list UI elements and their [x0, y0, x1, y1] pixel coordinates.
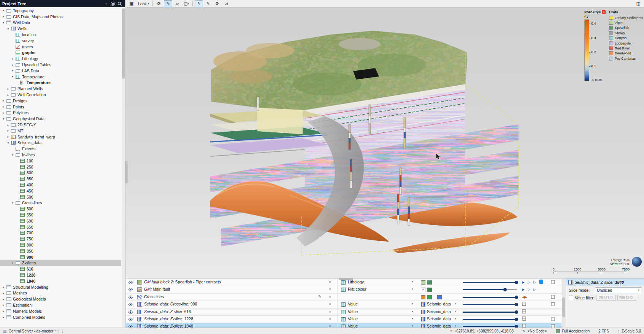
scene-view-icon[interactable]: ▣ — [127, 0, 136, 7]
tree-item-cross-lines[interactable]: ▾Cross-lines — [0, 200, 121, 206]
remove-from-scene-icon[interactable]: × — [329, 279, 331, 285]
tree-item-lithology[interactable]: ▸Lithology — [0, 56, 121, 62]
value-filter-min-input[interactable] — [596, 295, 616, 301]
collapse-icon[interactable]: ▾ — [11, 201, 15, 205]
expand-icon[interactable]: ▸ — [11, 63, 15, 67]
shape-row-cross-lines[interactable]: Cross lines✎×◀▶ — [126, 294, 562, 301]
tree-item-650[interactable]: 650 — [0, 224, 121, 230]
select-tool-icon[interactable]: ↖ — [195, 0, 203, 7]
tree-item-temperature[interactable]: Temperature — [0, 80, 121, 86]
visibility-eye-icon[interactable] — [128, 310, 133, 315]
edit-pencil-icon[interactable]: ✎ — [318, 294, 321, 299]
tree-item-gis-data-maps-and-photos[interactable]: ▸GIS Data, Maps and Photos — [0, 14, 121, 20]
tool-options-icon[interactable]: ⚙ — [213, 0, 221, 7]
z-scale-value[interactable]: Z-Scale 5.0 — [622, 329, 641, 333]
value-filter-checkbox[interactable] — [569, 296, 573, 300]
grid-table-icon[interactable] — [551, 317, 555, 321]
tree-item-sandwin-trend-warp[interactable]: ▸Sandwin_trend_warp — [0, 134, 121, 140]
draw-plane-tool-icon[interactable]: ✎ — [204, 0, 212, 7]
tree-item-well-data[interactable]: ▾Well Data — [0, 20, 121, 26]
legend-checkbox[interactable]: ✔ — [421, 288, 425, 292]
tree-item-616[interactable]: 616 — [0, 266, 121, 272]
tree-item-850[interactable]: 850 — [0, 248, 121, 254]
tree-item-z-slices[interactable]: ▾Z-slices — [0, 260, 121, 266]
slicer-tool-icon[interactable]: ✎ — [164, 0, 172, 7]
value-filter-max-input[interactable] — [617, 295, 637, 301]
tree-item-600[interactable]: 600 — [0, 218, 121, 224]
tree-item-location[interactable]: location — [0, 32, 121, 38]
tree-item-geophysical-data[interactable]: ▾Geophysical Data — [0, 116, 121, 122]
step-animation-icon[interactable]: ▷ — [533, 287, 536, 292]
tree-item-2d-seg-y[interactable]: ▸2D SEG-Y — [0, 122, 121, 128]
colormap-dropdown[interactable]: Seismic_data — [427, 317, 454, 321]
tree-item-well-correlation[interactable]: ▸Well Correlation — [0, 92, 121, 98]
visibility-eye-icon[interactable] — [128, 280, 133, 285]
step-animation-icon[interactable]: ▷ — [528, 280, 530, 285]
color-swatch[interactable] — [427, 280, 432, 285]
tree-item-mt[interactable]: ▸MT — [0, 128, 121, 134]
tree-item-estimation[interactable]: ▸Estimation — [0, 302, 121, 308]
expand-icon[interactable]: ▸ — [2, 15, 6, 18]
colormap-dropdown[interactable]: Seismic_data — [427, 309, 454, 314]
tree-item-extents[interactable]: Extents — [0, 146, 121, 152]
collapse-icon[interactable]: ▾ — [6, 27, 10, 30]
attribute-dropdown[interactable]: Flat colour — [348, 287, 409, 291]
tree-item-graphs[interactable]: graphs — [0, 50, 121, 56]
tree-item-traces[interactable]: traces — [0, 44, 121, 50]
tree-item-500[interactable]: 500 — [0, 194, 121, 200]
orientation-globe[interactable] — [632, 257, 642, 267]
plane-tool-icon[interactable]: ▱ — [173, 0, 181, 7]
slider-knob[interactable] — [515, 303, 518, 306]
filter-icon[interactable] — [539, 280, 543, 284]
color-swatch[interactable] — [427, 295, 432, 299]
tree-item-250[interactable]: 250 — [0, 164, 121, 170]
remove-from-scene-icon[interactable]: × — [329, 286, 331, 292]
active-code[interactable]: <No Code> — [528, 329, 547, 333]
slider-knob[interactable] — [515, 310, 518, 314]
tree-item-meshes[interactable]: ▸Meshes — [0, 290, 121, 296]
expand-icon[interactable]: ▸ — [2, 99, 6, 102]
scene-3d-view[interactable]: Porositys × ity 0.40.30.20.1-0.0181 Unit… — [126, 8, 644, 278]
expand-icon[interactable]: ▸ — [11, 57, 15, 60]
opacity-slider[interactable] — [463, 289, 517, 290]
expand-icon[interactable]: ▸ — [2, 303, 6, 307]
color-swatch[interactable] — [421, 280, 425, 285]
grid-table-icon[interactable] — [551, 295, 555, 299]
visibility-eye-icon[interactable] — [128, 295, 133, 300]
tree-item-500[interactable]: 500 — [0, 206, 121, 212]
expand-icon[interactable]: ▸ — [6, 93, 10, 97]
tree-item-750[interactable]: 750 — [0, 236, 121, 242]
tree-item-upscaled-tables[interactable]: ▸Upscaled Tables — [0, 62, 121, 68]
attribute-dropdown[interactable]: Value — [348, 309, 409, 314]
expand-icon[interactable]: ▸ — [11, 69, 15, 72]
grid-table-icon[interactable] — [522, 302, 526, 306]
tree-item-geological-models[interactable]: ▸Geological Models — [0, 296, 121, 302]
color-swatch[interactable] — [427, 288, 432, 292]
ruler-tool-icon[interactable]: ⊿ — [222, 0, 230, 7]
undock-panel-icon[interactable]: ◫ — [634, 0, 642, 7]
expand-icon[interactable]: ▸ — [2, 111, 6, 115]
attribute-dropdown[interactable]: Value — [348, 302, 409, 306]
tree-item-designs[interactable]: ▸Designs — [0, 98, 121, 104]
step-animation-icon[interactable]: ▷ — [528, 287, 530, 292]
grid-table-icon[interactable] — [551, 280, 555, 284]
tree-item-topography[interactable]: ▸Topography — [0, 8, 121, 14]
color-swatch[interactable] — [437, 295, 442, 299]
opacity-slider[interactable] — [463, 312, 517, 313]
tree-item-planned-wells[interactable]: ▸Planned Wells — [0, 86, 121, 92]
opacity-slider[interactable] — [463, 297, 517, 298]
expand-icon[interactable]: ▸ — [2, 291, 6, 295]
opacity-slider[interactable] — [463, 319, 517, 320]
shape-row-seismic-data-z-slice-616[interactable]: Seismic_data: Z-slice: 616×Value▾Seismic… — [126, 309, 562, 316]
panel-drag-handle[interactable] — [339, 278, 353, 280]
slider-knob[interactable] — [515, 281, 518, 284]
tree-item-seismic-data[interactable]: ▾Seismic_data — [0, 140, 121, 146]
legend-close-icon[interactable]: × — [602, 10, 606, 14]
expand-icon[interactable]: ▸ — [6, 135, 10, 138]
chevron-down-icon[interactable]: ▾ — [55, 329, 57, 332]
shape-list-scrollbar[interactable] — [562, 279, 566, 327]
colormap-dropdown[interactable]: Seismic_data — [427, 302, 454, 306]
scrollbar-thumb[interactable] — [562, 297, 565, 317]
tree-item-points[interactable]: ▸Points — [0, 104, 121, 110]
pause-updates-icon[interactable] — [110, 1, 116, 6]
